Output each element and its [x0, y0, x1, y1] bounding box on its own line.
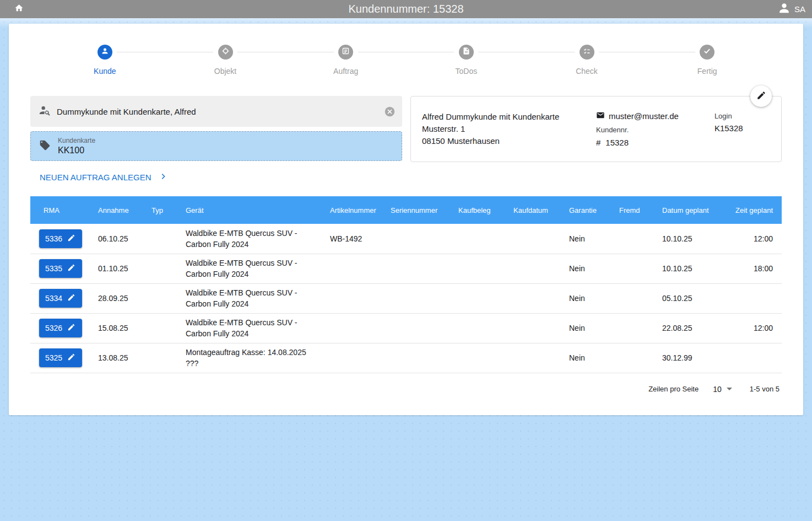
- col-header-fremd: Fremd: [615, 196, 658, 224]
- step-kunde[interactable]: Kunde: [45, 45, 165, 76]
- cell-kaufbeleg: [454, 283, 509, 313]
- cell-seriennummer: [386, 224, 454, 254]
- account-icon: [777, 1, 791, 17]
- table-row: 5334 28.09.25 Waldbike E-MTB Quercus SUV…: [30, 283, 782, 313]
- cell-zeit-geplant: 12:00: [729, 224, 782, 254]
- cell-geraet: Waldbike E-MTB Quercus SUV - Carbon Full…: [181, 283, 326, 313]
- rma-edit-button[interactable]: 5325: [39, 348, 82, 367]
- cell-fremd: [615, 224, 658, 254]
- kundennr-label: Kundennr.: [596, 126, 714, 134]
- login-value: K15328: [714, 123, 770, 133]
- rma-edit-button[interactable]: 5326: [39, 319, 82, 337]
- cell-datum-geplant: 10.10.25: [658, 224, 729, 254]
- home-button[interactable]: [7, 3, 29, 15]
- customer-email: muster@muster.de: [609, 111, 679, 121]
- cell-fremd: [615, 254, 658, 283]
- col-header-kaufbeleg: Kaufbeleg: [454, 196, 509, 224]
- cell-annahme: 15.08.25: [94, 313, 147, 343]
- col-header-garantie: Garantie: [565, 196, 615, 224]
- rows-per-page-label: Zeilen pro Seite: [648, 385, 699, 393]
- step-label: Auftrag: [333, 67, 358, 76]
- dropdown-arrow-icon: [727, 388, 732, 390]
- step-circle: [459, 45, 474, 60]
- cell-typ: [147, 343, 181, 373]
- cell-artikelnummer: [326, 313, 386, 343]
- rma-edit-button[interactable]: 5335: [39, 259, 82, 278]
- col-header-kaufdatum: Kaufdatum: [509, 196, 565, 224]
- rma-edit-button[interactable]: 5336: [39, 229, 82, 248]
- customer-login-block: Login K15328: [714, 111, 770, 162]
- pagination-range: 1-5 von 5: [750, 385, 779, 393]
- step-todos[interactable]: ToDos: [406, 45, 527, 76]
- new-order-label: NEUEN AUFTRAG ANLEGEN: [40, 173, 151, 182]
- step-connector: [237, 52, 334, 52]
- cell-kaufdatum: [509, 254, 565, 283]
- cell-datum-geplant: 22.08.25: [658, 313, 729, 343]
- new-order-link[interactable]: NEUEN AUFTRAG ANLEGEN: [30, 173, 167, 182]
- person-icon: [101, 47, 109, 57]
- edit-customer-button[interactable]: [750, 85, 772, 107]
- cell-garantie: Nein: [565, 343, 615, 373]
- main-card: Kunde Objekt Auftrag: [9, 24, 803, 415]
- check-icon: [703, 47, 711, 57]
- table-row: 5335 01.10.25 Waldbike E-MTB Quercus SUV…: [30, 254, 782, 283]
- cell-garantie: Nein: [565, 254, 615, 283]
- wizard-stepper: Kunde Objekt Auftrag: [30, 24, 782, 76]
- table-row: 5336 06.10.25 Waldbike E-MTB Quercus SUV…: [30, 224, 782, 254]
- kundenkarte-card[interactable]: Kundenkarte KK100: [30, 131, 402, 161]
- rma-number: 5325: [45, 353, 62, 362]
- step-label: Fertig: [697, 67, 717, 76]
- cell-artikelnummer: [326, 343, 386, 373]
- col-header-seriennummer: Seriennummer: [386, 196, 454, 224]
- rows-per-page-select[interactable]: 10: [713, 385, 732, 394]
- cell-seriennummer: [386, 254, 454, 283]
- cell-typ: [147, 254, 181, 283]
- step-connector: [117, 52, 213, 52]
- col-header-datum-geplant: Datum geplant: [658, 196, 729, 224]
- edit-icon: [67, 234, 75, 244]
- cell-artikelnummer: [326, 254, 386, 283]
- step-check[interactable]: Check: [527, 45, 647, 76]
- rows-per-page-value: 10: [713, 385, 722, 394]
- kundennr-prefix: #: [596, 138, 600, 147]
- step-label: Objekt: [214, 67, 236, 76]
- step-connector: [358, 52, 454, 52]
- user-menu[interactable]: SA: [777, 1, 805, 17]
- step-circle: [700, 45, 714, 60]
- edit-icon: [67, 293, 75, 303]
- cell-annahme: 28.09.25: [94, 283, 147, 313]
- table-row: 5325 13.08.25 Montageauftrag Kasse: 14.0…: [30, 343, 782, 373]
- clear-icon[interactable]: [384, 106, 396, 117]
- customer-search-input[interactable]: Dummykunde mit Kundenkarte, Alfred: [30, 96, 402, 127]
- edit-icon: [67, 323, 75, 333]
- customer-info-card: Alfred Dummykunde mit Kundenkarte Muster…: [410, 96, 782, 162]
- kundenkarte-value: KK100: [58, 146, 95, 155]
- customer-section: Dummykunde mit Kundenkarte, Alfred Kunde…: [30, 96, 782, 162]
- cell-typ: [147, 283, 181, 313]
- customer-name: Alfred Dummykunde mit Kundenkarte: [422, 111, 596, 123]
- step-circle: [98, 45, 112, 60]
- orders-table: RMA Annahme Typ Gerät Artikelnummer Seri…: [30, 196, 782, 373]
- todo-note-icon: [462, 47, 470, 57]
- customer-address-block: Alfred Dummykunde mit Kundenkarte Muster…: [422, 111, 596, 162]
- chevron-right-icon: [159, 173, 167, 182]
- customer-city: 08150 Musterhausen: [422, 135, 596, 147]
- cell-kaufbeleg: [454, 343, 509, 373]
- cell-seriennummer: [386, 283, 454, 313]
- rma-edit-button[interactable]: 5334: [39, 289, 82, 308]
- step-objekt[interactable]: Objekt: [165, 45, 286, 76]
- cell-geraet: Waldbike E-MTB Quercus SUV - Carbon Full…: [181, 254, 326, 283]
- step-connector: [599, 52, 695, 52]
- edit-icon: [67, 264, 75, 273]
- edit-icon: [756, 90, 766, 103]
- step-auftrag[interactable]: Auftrag: [285, 45, 406, 76]
- cell-kaufdatum: [509, 313, 565, 343]
- step-fertig[interactable]: Fertig: [647, 45, 767, 76]
- customer-contact-block: muster@muster.de Kundennr. #15328: [596, 111, 714, 162]
- customer-street: Musterstr. 1: [422, 123, 596, 135]
- col-header-annahme: Annahme: [94, 196, 147, 224]
- login-label: Login: [714, 112, 770, 120]
- cell-geraet: Waldbike E-MTB Quercus SUV - Carbon Full…: [181, 313, 326, 343]
- col-header-zeit-geplant: Zeit geplant: [729, 196, 782, 224]
- step-connector: [478, 52, 575, 52]
